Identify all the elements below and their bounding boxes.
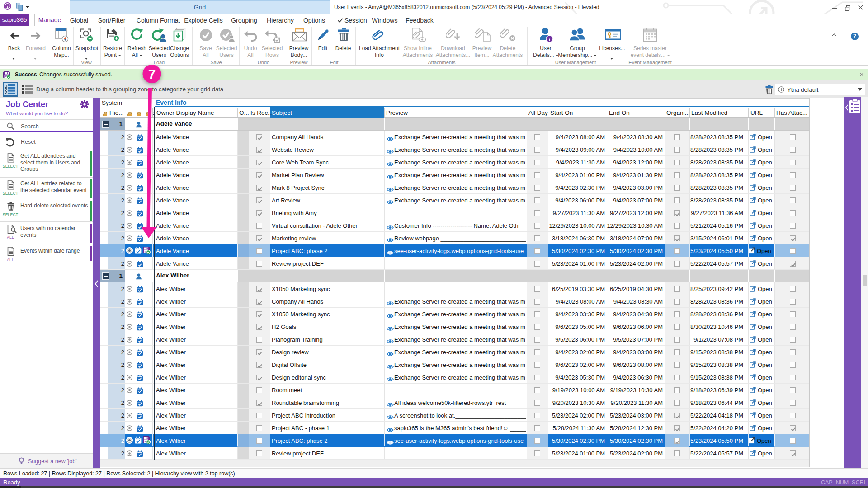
svg-text:i: i [549,37,550,42]
svg-text:7: 7 [148,66,156,81]
